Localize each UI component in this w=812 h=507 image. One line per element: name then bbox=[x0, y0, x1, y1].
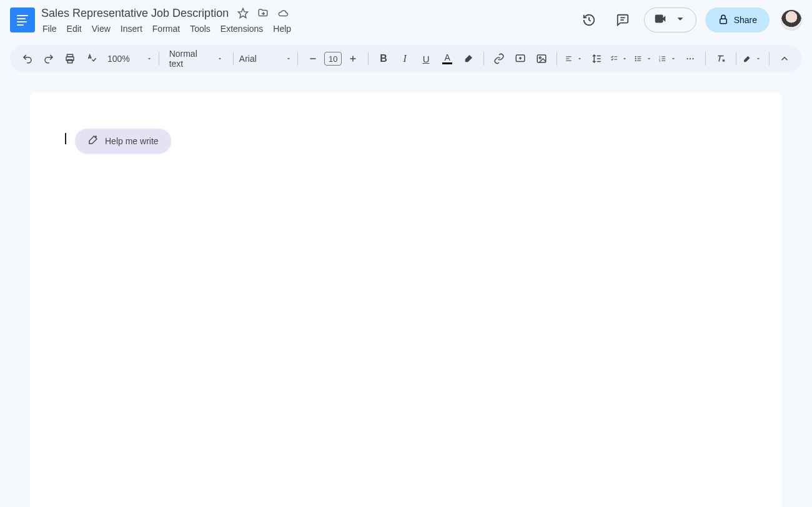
italic-button[interactable]: I bbox=[395, 49, 415, 69]
title-area: Sales Representative Job Description Fil… bbox=[41, 5, 296, 36]
svg-point-26 bbox=[635, 61, 636, 61]
spellcheck-button[interactable] bbox=[81, 49, 101, 69]
menu-format[interactable]: Format bbox=[147, 22, 185, 36]
document-title[interactable]: Sales Representative Job Description bbox=[41, 7, 229, 20]
toolbar-separator bbox=[736, 52, 736, 66]
paragraph-style-select[interactable]: Normal text bbox=[164, 49, 228, 69]
help-me-write-label: Help me write bbox=[105, 136, 159, 146]
highlight-color-button[interactable] bbox=[458, 49, 478, 69]
insert-link-button[interactable] bbox=[489, 49, 509, 69]
chevron-down-icon bbox=[755, 53, 761, 64]
svg-rect-13 bbox=[537, 55, 546, 62]
chevron-down-icon bbox=[621, 53, 628, 64]
comments-icon[interactable] bbox=[610, 7, 635, 32]
font-size-increase[interactable] bbox=[343, 49, 363, 69]
canvas-area: Help me write bbox=[0, 72, 812, 507]
toolbar-separator bbox=[233, 52, 234, 66]
menu-tools[interactable]: Tools bbox=[185, 22, 215, 36]
add-comment-button[interactable] bbox=[510, 49, 530, 69]
videocam-icon bbox=[653, 12, 667, 28]
chevron-down-icon bbox=[670, 53, 676, 64]
zoom-select[interactable]: 100% bbox=[102, 49, 154, 69]
title-row: Sales Representative Job Description bbox=[41, 5, 296, 21]
line-spacing-button[interactable] bbox=[587, 49, 607, 69]
share-label: Share bbox=[734, 15, 757, 25]
star-icon[interactable] bbox=[237, 7, 249, 19]
cloud-status-icon[interactable] bbox=[277, 7, 289, 19]
chevron-down-icon bbox=[285, 54, 292, 64]
svg-rect-3 bbox=[720, 19, 726, 24]
svg-point-14 bbox=[539, 57, 541, 59]
redo-button[interactable] bbox=[39, 49, 59, 69]
font-size-input[interactable] bbox=[324, 52, 342, 66]
move-icon[interactable] bbox=[257, 7, 269, 19]
menu-file[interactable]: File bbox=[41, 22, 62, 36]
chevron-down-icon bbox=[146, 54, 152, 64]
menu-extensions[interactable]: Extensions bbox=[215, 22, 268, 36]
checklist-button[interactable] bbox=[608, 49, 631, 69]
version-history-icon[interactable] bbox=[577, 7, 602, 32]
numbered-list-button[interactable]: 123 bbox=[656, 49, 679, 69]
menu-edit[interactable]: Edit bbox=[62, 22, 87, 36]
svg-point-24 bbox=[635, 56, 636, 57]
formatting-toolbar: 100% Normal text Arial B I U A bbox=[10, 45, 802, 72]
pencil-sparkle-icon bbox=[87, 134, 99, 148]
font-size-decrease[interactable] bbox=[303, 49, 323, 69]
meet-button[interactable] bbox=[644, 7, 696, 32]
zoom-value: 100% bbox=[104, 54, 134, 64]
lock-icon bbox=[718, 14, 729, 27]
more-options-button[interactable] bbox=[680, 49, 700, 69]
font-family-value: Arial bbox=[239, 54, 257, 64]
text-color-button[interactable]: A bbox=[437, 49, 457, 69]
toolbar-separator bbox=[297, 52, 298, 66]
svg-point-36 bbox=[686, 58, 688, 59]
hide-menus-button[interactable] bbox=[775, 49, 795, 69]
help-me-write-button[interactable]: Help me write bbox=[75, 129, 171, 154]
font-family-select[interactable]: Arial bbox=[238, 49, 292, 69]
svg-point-25 bbox=[635, 58, 636, 59]
chevron-down-icon bbox=[577, 53, 583, 64]
paragraph-style-value: Normal text bbox=[169, 49, 204, 69]
chevron-down-icon bbox=[673, 12, 687, 28]
text-color-swatch bbox=[442, 62, 452, 64]
menu-view[interactable]: View bbox=[87, 22, 116, 36]
chevron-down-icon bbox=[646, 53, 652, 64]
toolbar-separator bbox=[557, 52, 557, 66]
chevron-down-icon bbox=[217, 54, 223, 64]
menu-bar: File Edit View Insert Format Tools Exten… bbox=[41, 22, 296, 36]
share-button[interactable]: Share bbox=[705, 7, 770, 32]
account-avatar[interactable] bbox=[781, 9, 802, 31]
bulleted-list-button[interactable] bbox=[631, 49, 655, 69]
toolbar-separator bbox=[159, 52, 159, 66]
svg-marker-0 bbox=[239, 9, 248, 18]
align-button[interactable] bbox=[562, 49, 585, 69]
toolbar-separator bbox=[368, 52, 369, 66]
svg-point-38 bbox=[692, 58, 693, 59]
clear-formatting-button[interactable] bbox=[711, 49, 731, 69]
menu-insert[interactable]: Insert bbox=[116, 22, 147, 36]
print-button[interactable] bbox=[60, 49, 80, 69]
svg-point-37 bbox=[690, 58, 691, 59]
underline-button[interactable]: U bbox=[416, 49, 436, 69]
docs-app-icon-glyph bbox=[17, 15, 28, 26]
header-actions: Share bbox=[577, 7, 802, 32]
editing-mode-button[interactable] bbox=[741, 49, 764, 69]
app-header: Sales Representative Job Description Fil… bbox=[0, 0, 812, 40]
menu-help[interactable]: Help bbox=[268, 22, 296, 36]
toolbar-separator bbox=[769, 52, 770, 66]
toolbar-separator bbox=[483, 52, 484, 66]
svg-text:3: 3 bbox=[659, 60, 660, 62]
undo-button[interactable] bbox=[17, 49, 37, 69]
docs-app-icon[interactable] bbox=[10, 7, 35, 32]
toolbar-separator bbox=[705, 52, 706, 66]
bold-button[interactable]: B bbox=[374, 49, 394, 69]
document-page[interactable]: Help me write bbox=[30, 92, 782, 507]
text-cursor bbox=[65, 133, 66, 144]
insert-image-button[interactable] bbox=[532, 49, 552, 69]
